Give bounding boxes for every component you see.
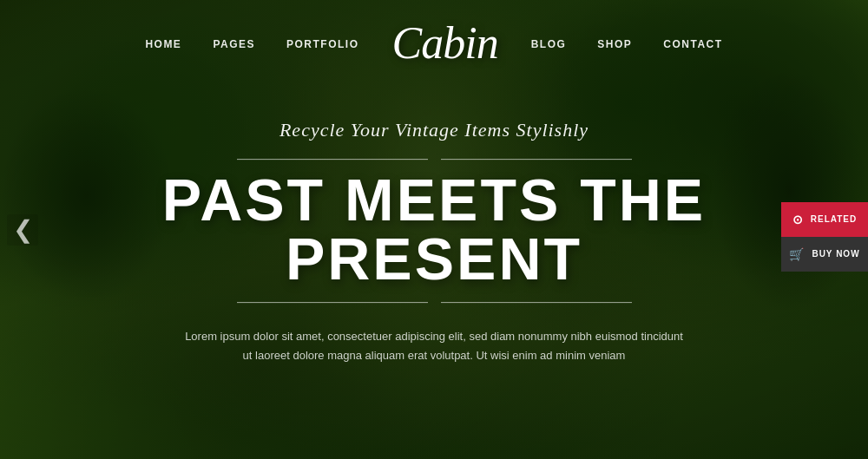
nav-link-shop[interactable]: SHOP — [582, 31, 648, 57]
hero-divider-top — [130, 159, 738, 160]
nav-link-home[interactable]: HOME — [129, 31, 197, 57]
hero-divider-bottom — [130, 302, 738, 303]
side-buttons: ⊙ RELATED 🛒 BUY NOW — [781, 202, 868, 272]
divider-line-right — [441, 159, 632, 160]
navbar: HOME PAGES PORTFOLIO Cabin BLOG SHOP CON… — [0, 0, 868, 87]
related-button[interactable]: ⊙ RELATED — [781, 202, 868, 237]
buy-now-button[interactable]: 🛒 BUY NOW — [781, 237, 868, 272]
divider-line-left — [237, 159, 428, 160]
nav-item-blog[interactable]: BLOG — [516, 36, 582, 51]
slider-prev-button[interactable]: ❮ — [7, 214, 38, 246]
logo[interactable]: Cabin — [392, 21, 498, 66]
hero-section: HOME PAGES PORTFOLIO Cabin BLOG SHOP CON… — [0, 0, 868, 459]
nav-item-pages[interactable]: PAGES — [197, 36, 271, 51]
cart-icon: 🛒 — [789, 247, 805, 261]
related-icon: ⊙ — [792, 213, 804, 226]
nav-link-pages[interactable]: PAGES — [197, 31, 271, 57]
divider-bottom-left — [237, 302, 428, 303]
hero-content: Recycle Your Vintage Items Stylishly PAS… — [130, 119, 738, 365]
hero-subtitle: Recycle Your Vintage Items Stylishly — [130, 119, 738, 141]
nav-item-shop[interactable]: SHOP — [582, 36, 648, 51]
nav-links-right: BLOG SHOP CONTACT — [516, 36, 739, 51]
logo-text: Cabin — [392, 18, 498, 68]
nav-link-contact[interactable]: CONTACT — [648, 31, 738, 57]
nav-links-left: HOME PAGES PORTFOLIO — [129, 36, 374, 51]
hero-title: PAST MEETS THE PRESENT — [130, 170, 738, 288]
related-label: RELATED — [811, 214, 857, 224]
buy-now-label: BUY NOW — [812, 249, 859, 259]
chevron-left-icon: ❮ — [13, 215, 33, 244]
divider-bottom-right — [441, 302, 632, 303]
nav-item-home[interactable]: HOME — [129, 36, 197, 51]
nav-link-blog[interactable]: BLOG — [516, 31, 582, 57]
hero-body-text: Lorem ipsum dolor sit amet, consectetuer… — [182, 327, 686, 365]
nav-item-contact[interactable]: CONTACT — [648, 36, 738, 51]
nav-link-portfolio[interactable]: PORTFOLIO — [271, 31, 375, 57]
nav-item-portfolio[interactable]: PORTFOLIO — [271, 36, 375, 51]
